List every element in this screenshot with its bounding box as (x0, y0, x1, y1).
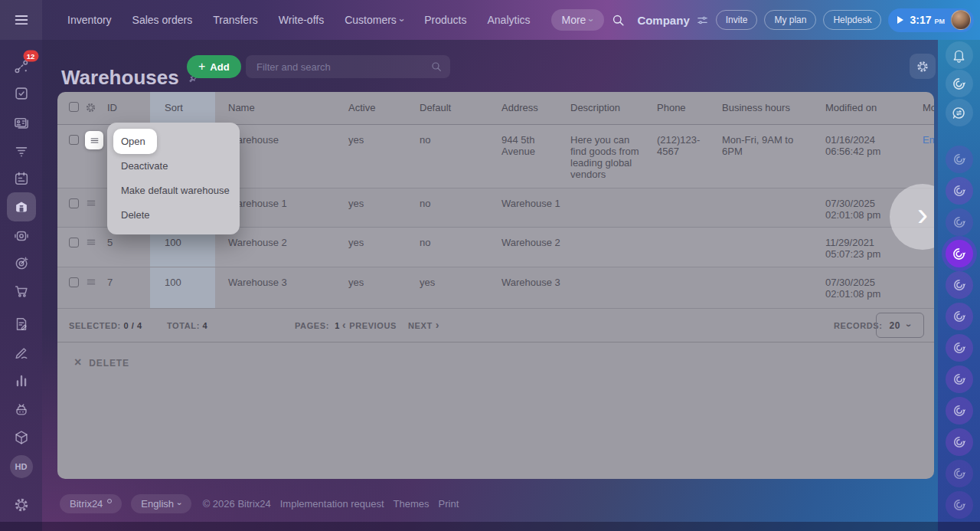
search-input[interactable] (255, 61, 430, 74)
nav-sales-orders[interactable]: Sales orders (132, 14, 193, 26)
row-checkbox[interactable] (69, 238, 79, 247)
gear-icon (916, 60, 929, 74)
hd-avatar: HD (10, 455, 33, 478)
footer-link-print[interactable]: Print (439, 498, 459, 510)
chat-button[interactable] (946, 99, 973, 126)
app-window: Inventory Sales orders Transfers Write-o… (0, 0, 980, 531)
row-checkbox[interactable] (69, 198, 79, 208)
helpdesk-button[interactable]: Helpdesk (823, 10, 881, 30)
footer-link-themes[interactable]: Themes (394, 498, 430, 510)
col-modified-on[interactable]: Modified on (822, 92, 919, 124)
copilot-rail-item[interactable] (946, 303, 973, 330)
context-menu-item-deactivate[interactable]: Deactivate (107, 154, 240, 179)
cell-modified-by-link[interactable]: Em (919, 125, 934, 188)
sidebar-item-analytics[interactable] (13, 372, 30, 389)
company-selector[interactable]: Company (637, 14, 708, 27)
copilot-rail-item[interactable] (946, 208, 973, 236)
main-menu-button[interactable] (0, 0, 42, 40)
search-icon[interactable] (611, 13, 626, 28)
records-per-page-select[interactable]: 20› (876, 313, 924, 338)
invite-button[interactable]: Invite (716, 10, 758, 30)
col-address[interactable]: Address (498, 92, 567, 124)
copilot-rail-item[interactable] (946, 460, 973, 487)
row-menu-button[interactable] (85, 197, 103, 227)
nav-more[interactable]: More› (551, 9, 604, 31)
select-all-checkbox[interactable] (69, 102, 79, 112)
row-checkbox[interactable] (69, 135, 79, 145)
notifications-button[interactable] (946, 41, 973, 69)
col-business-hours[interactable]: Business hours (718, 92, 822, 124)
context-menu-item-delete[interactable]: Delete (107, 203, 240, 228)
sidebar-item-catalog[interactable] (13, 429, 30, 446)
sidebar-item-documents[interactable] (13, 316, 30, 333)
col-description[interactable]: Description (567, 92, 653, 124)
language-select[interactable]: English› (131, 494, 191, 513)
row-checkbox[interactable] (69, 277, 79, 287)
sidebar-item-marketing[interactable] (13, 255, 30, 272)
sidebar-item-settings[interactable] (13, 497, 30, 513)
copilot-rail-item[interactable] (946, 271, 973, 299)
row-menu-button[interactable] (85, 236, 103, 267)
copilot-rail-item[interactable] (946, 491, 973, 519)
copilot-rail-item[interactable] (946, 177, 973, 205)
clock-widget[interactable]: 3:17 PM (888, 8, 974, 32)
copilot-rail-item[interactable] (946, 397, 973, 424)
col-phone[interactable]: Phone (653, 92, 718, 124)
context-menu-item-open[interactable]: Open (113, 129, 157, 154)
sidebar-item-calendar[interactable] (13, 170, 30, 187)
nav-inventory[interactable]: Inventory (67, 14, 112, 26)
cell-phone (653, 228, 718, 267)
selected-counter: SELECTED: 0 / 4 (69, 321, 142, 330)
nav-analytics[interactable]: Analytics (487, 14, 530, 26)
copilot-rail-item[interactable] (946, 146, 973, 173)
brand-button[interactable]: Bitrix24 (60, 494, 122, 513)
my-plan-button[interactable]: My plan (764, 10, 816, 30)
sidebar-item-ai[interactable] (13, 401, 30, 418)
next-page-button[interactable]: NEXT› (408, 320, 439, 331)
col-id[interactable]: ID (103, 92, 150, 124)
col-default[interactable]: Default (416, 92, 498, 124)
sidebar-item-sales-funnel[interactable] (13, 143, 30, 159)
table-row[interactable]: 7 100 Warehouse 3 yes yes Warehouse 3 07… (57, 267, 934, 309)
user-avatar[interactable] (951, 10, 971, 30)
delete-action-button[interactable]: × DELETE (57, 343, 934, 383)
plus-icon: + (198, 60, 205, 74)
sidebar-item-tasks[interactable] (13, 85, 30, 102)
footer-link-implementation[interactable]: Implementation request (280, 498, 384, 510)
sidebar-item-sign[interactable] (13, 344, 30, 361)
previous-page-button[interactable]: ‹PREVIOUS (342, 320, 397, 331)
col-sort[interactable]: Sort (150, 92, 215, 124)
context-menu-item-make-default[interactable]: Make default warehouse (107, 179, 240, 203)
bar-chart-icon (13, 372, 30, 389)
copilot-rail-item-active[interactable] (946, 240, 973, 267)
nav-customers[interactable]: Customers› (345, 14, 403, 26)
sidebar-item-inventory-active[interactable] (7, 192, 36, 221)
col-name[interactable]: Name (215, 92, 345, 124)
row-menu-button-active[interactable] (85, 131, 103, 149)
search-icon[interactable] (430, 61, 443, 73)
column-settings-icon[interactable] (85, 102, 103, 124)
sidebar-item-automation[interactable] (13, 228, 30, 244)
copilot-rail-item[interactable] (946, 334, 973, 362)
nav-write-offs[interactable]: Write-offs (279, 14, 324, 26)
nav-products[interactable]: Products (424, 14, 466, 26)
row-menu-button[interactable] (85, 276, 103, 308)
copilot-button[interactable] (946, 70, 973, 97)
copilot-swirl-icon (952, 497, 967, 513)
grid-settings-button[interactable] (910, 54, 936, 79)
copilot-rail-item[interactable] (946, 428, 973, 456)
sidebar-item-crm[interactable] (12, 114, 30, 132)
cell-modified-on: 01/16/2024 06:56:42 pm (822, 125, 919, 188)
close-icon: × (74, 356, 82, 369)
sidebar-item-profile[interactable]: HD (10, 455, 33, 478)
target-icon (13, 255, 30, 272)
task-check-icon (13, 85, 30, 102)
col-modified-by[interactable]: Mo (919, 92, 934, 124)
add-button[interactable]: + Add (187, 55, 241, 78)
sidebar-item-shop[interactable] (13, 283, 30, 300)
nav-transfers[interactable]: Transfers (213, 14, 258, 26)
sidebar-item-feed[interactable]: 12 (12, 58, 30, 76)
copilot-rail-item[interactable] (946, 365, 973, 393)
col-active[interactable]: Active (345, 92, 416, 124)
cell-business-hours: Mon-Fri, 9AM to 6PM (718, 125, 822, 188)
